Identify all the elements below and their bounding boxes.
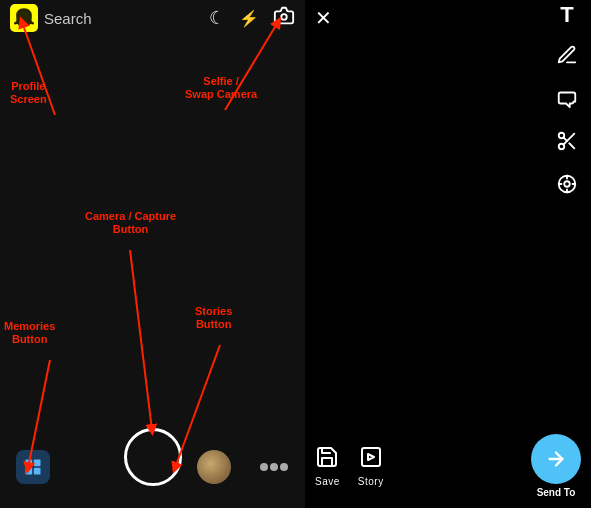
save-label: Save: [315, 476, 340, 487]
svg-rect-9: [34, 460, 41, 467]
search-label[interactable]: Search: [44, 10, 92, 27]
send-to-wrapper: Send To: [531, 434, 581, 498]
camera-top-bar: Search ☾ ⚡: [0, 0, 305, 36]
close-button[interactable]: ✕: [315, 8, 332, 28]
svg-point-12: [260, 463, 268, 471]
left-camera-panel: Search ☾ ⚡: [0, 0, 305, 508]
stories-thumbnail: [197, 450, 231, 484]
scissors-tool-icon[interactable]: [553, 130, 581, 155]
story-label: Story: [358, 476, 384, 487]
right-top-bar: ✕: [315, 8, 581, 28]
flip-camera-icon[interactable]: [273, 5, 295, 32]
svg-line-5: [130, 250, 152, 430]
top-bar-right: ☾ ⚡: [209, 5, 295, 32]
right-bottom-actions: Save Story: [315, 445, 384, 487]
story-icon: [359, 445, 383, 473]
svg-rect-10: [26, 468, 33, 475]
annotation-profile: Profile Screen: [10, 80, 47, 106]
friends-button[interactable]: [259, 452, 289, 482]
svg-rect-26: [362, 448, 380, 466]
right-bottom-bar: Save Story Send To: [305, 434, 591, 498]
svg-line-18: [569, 143, 574, 148]
stories-button[interactable]: [197, 450, 231, 484]
memories-button[interactable]: [16, 450, 50, 484]
annotation-camera: Camera / Capture Button: [85, 210, 176, 236]
right-toolbar: T: [553, 4, 581, 198]
pencil-tool-icon[interactable]: [553, 44, 581, 69]
svg-line-19: [563, 137, 567, 141]
svg-rect-11: [34, 468, 41, 475]
timer-tool-icon[interactable]: [553, 173, 581, 198]
save-action[interactable]: Save: [315, 445, 340, 487]
svg-point-21: [564, 181, 570, 187]
top-bar-left: Search: [10, 4, 92, 32]
save-icon: [315, 445, 339, 473]
sticker-tool-icon[interactable]: [553, 87, 581, 112]
annotation-selfie: Selfie / Swap Camera: [185, 75, 257, 101]
camera-bottom-bar: [0, 438, 305, 508]
send-to-button[interactable]: [531, 434, 581, 484]
svg-point-13: [270, 463, 278, 471]
story-action[interactable]: Story: [358, 445, 384, 487]
capture-button-wrap: [124, 428, 182, 486]
flash-icon[interactable]: ⚡: [239, 9, 259, 28]
night-mode-icon[interactable]: ☾: [209, 7, 225, 29]
snapchat-logo-icon[interactable]: [10, 4, 38, 32]
annotation-memories: Memories Button: [4, 320, 55, 346]
svg-rect-8: [26, 460, 33, 467]
svg-point-14: [280, 463, 288, 471]
annotation-stories: Stories Button: [195, 305, 232, 331]
text-tool-icon[interactable]: T: [553, 4, 581, 26]
send-to-label: Send To: [537, 487, 576, 498]
capture-button[interactable]: [124, 428, 182, 486]
right-edit-panel: ✕ T: [305, 0, 591, 508]
svg-point-1: [281, 14, 287, 20]
